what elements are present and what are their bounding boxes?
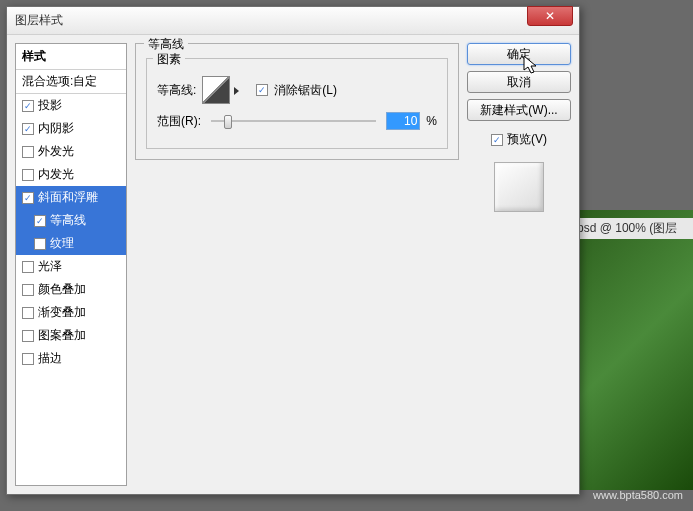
style-item-9[interactable]: 渐变叠加: [16, 301, 126, 324]
style-checkbox[interactable]: [22, 330, 34, 342]
style-item-1[interactable]: 内阴影: [16, 117, 126, 140]
watermark: www.bpta580.com: [593, 489, 683, 501]
style-label: 图案叠加: [38, 327, 86, 344]
style-checkbox[interactable]: [22, 146, 34, 158]
range-slider[interactable]: [211, 120, 376, 122]
style-label: 外发光: [38, 143, 74, 160]
close-icon: ✕: [545, 9, 555, 23]
style-item-3[interactable]: 内发光: [16, 163, 126, 186]
style-checkbox[interactable]: [22, 353, 34, 365]
style-label: 渐变叠加: [38, 304, 86, 321]
style-checkbox[interactable]: [22, 123, 34, 135]
style-checkbox[interactable]: [22, 284, 34, 296]
style-checkbox[interactable]: [34, 238, 46, 250]
style-item-5[interactable]: 等高线: [16, 209, 126, 232]
style-label: 内发光: [38, 166, 74, 183]
styles-list: 样式 混合选项:自定 投影内阴影外发光内发光斜面和浮雕等高线纹理光泽颜色叠加渐变…: [15, 43, 127, 486]
style-label: 斜面和浮雕: [38, 189, 98, 206]
range-label: 范围(R):: [157, 113, 201, 130]
style-checkbox[interactable]: [22, 192, 34, 204]
style-checkbox[interactable]: [22, 169, 34, 181]
contour-group: 等高线 图素 等高线: 消除锯齿(L) 范围(R):: [135, 43, 459, 160]
range-slider-thumb[interactable]: [224, 115, 232, 129]
style-label: 颜色叠加: [38, 281, 86, 298]
style-label: 等高线: [50, 212, 86, 229]
contour-label: 等高线:: [157, 82, 196, 99]
elements-group: 图素 等高线: 消除锯齿(L) 范围(R): %: [146, 58, 448, 149]
style-item-4[interactable]: 斜面和浮雕: [16, 186, 126, 209]
close-button[interactable]: ✕: [527, 6, 573, 26]
style-checkbox[interactable]: [34, 215, 46, 227]
preview-label: 预览(V): [507, 131, 547, 148]
titlebar[interactable]: 图层样式 ✕: [7, 7, 579, 35]
style-label: 投影: [38, 97, 62, 114]
style-label: 内阴影: [38, 120, 74, 137]
antialias-label: 消除锯齿(L): [274, 82, 337, 99]
style-checkbox[interactable]: [22, 100, 34, 112]
contour-picker[interactable]: [202, 76, 230, 104]
preview-swatch: [494, 162, 544, 212]
range-input[interactable]: [386, 112, 420, 130]
elements-legend: 图素: [153, 51, 185, 68]
style-item-6[interactable]: 纹理: [16, 232, 126, 255]
range-unit: %: [426, 114, 437, 128]
background-image: [563, 210, 693, 490]
style-item-11[interactable]: 描边: [16, 347, 126, 370]
style-checkbox[interactable]: [22, 307, 34, 319]
preview-checkbox[interactable]: [491, 134, 503, 146]
styles-header[interactable]: 样式: [16, 44, 126, 70]
style-item-10[interactable]: 图案叠加: [16, 324, 126, 347]
dialog-title: 图层样式: [15, 12, 63, 29]
style-label: 描边: [38, 350, 62, 367]
style-item-8[interactable]: 颜色叠加: [16, 278, 126, 301]
style-item-7[interactable]: 光泽: [16, 255, 126, 278]
new-style-button[interactable]: 新建样式(W)...: [467, 99, 571, 121]
dialog-buttons: 确定 取消 新建样式(W)... 预览(V): [467, 43, 571, 486]
cancel-button[interactable]: 取消: [467, 71, 571, 93]
layer-style-dialog: 图层样式 ✕ 样式 混合选项:自定 投影内阴影外发光内发光斜面和浮雕等高线纹理光…: [6, 6, 580, 495]
style-item-0[interactable]: 投影: [16, 94, 126, 117]
style-label: 光泽: [38, 258, 62, 275]
antialias-checkbox[interactable]: [256, 84, 268, 96]
document-title: e.psd @ 100% (图层: [563, 218, 693, 239]
settings-panel: 等高线 图素 等高线: 消除锯齿(L) 范围(R):: [135, 43, 459, 486]
style-label: 纹理: [50, 235, 74, 252]
style-checkbox[interactable]: [22, 261, 34, 273]
ok-button[interactable]: 确定: [467, 43, 571, 65]
style-item-2[interactable]: 外发光: [16, 140, 126, 163]
blending-options[interactable]: 混合选项:自定: [16, 70, 126, 94]
